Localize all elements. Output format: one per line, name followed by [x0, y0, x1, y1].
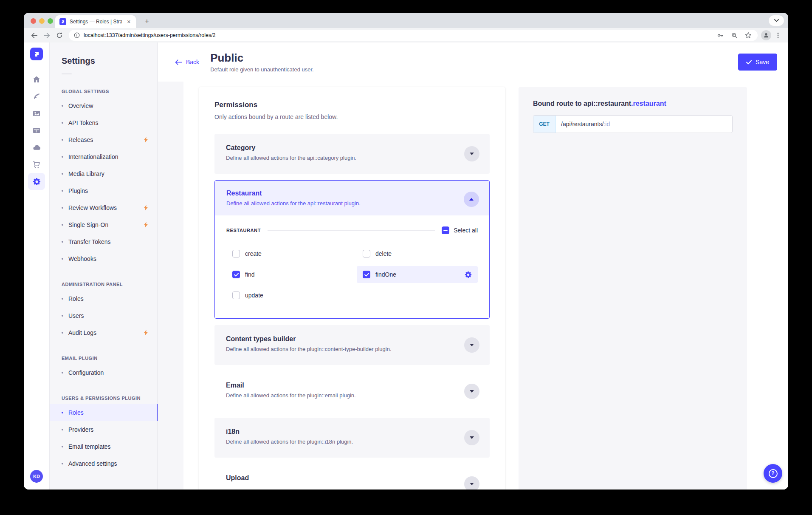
sidebar-item-label: Overview: [68, 102, 93, 109]
tab-search-chevron-button[interactable]: [769, 15, 784, 26]
bullet-icon: [62, 241, 63, 243]
chevron-down-icon[interactable]: [464, 430, 479, 445]
bullet-icon: [62, 463, 63, 464]
accordion-i18n[interactable]: i18n Define all allowed actions for the …: [214, 418, 490, 458]
permission-action-update[interactable]: update: [226, 287, 347, 304]
chevron-down-icon[interactable]: [464, 146, 479, 161]
permission-action-find[interactable]: find: [226, 266, 347, 283]
select-all-label: Select all: [454, 227, 478, 234]
route-input[interactable]: GET /api/restaurants/:id: [533, 115, 733, 133]
permission-action-delete[interactable]: delete: [357, 245, 478, 262]
permission-action-label: create: [245, 250, 262, 257]
sidebar-section-label: EMAIL PLUGIN: [62, 356, 158, 361]
browser-profile-avatar[interactable]: [761, 30, 771, 40]
accordion-restaurant-body: RESTAURANT Select all create delete: [215, 215, 489, 318]
back-label: Back: [186, 59, 199, 65]
sidebar-divider: [62, 74, 72, 74]
zoom-window-button[interactable]: [48, 18, 53, 24]
back-button[interactable]: [28, 29, 40, 41]
accordion-restaurant-header[interactable]: Restaurant Define all allowed actions fo…: [215, 181, 489, 215]
save-button[interactable]: Save: [738, 54, 777, 71]
permission-action-findone[interactable]: findOne: [357, 266, 478, 283]
checkbox[interactable]: [232, 271, 240, 278]
settings-gear-icon[interactable]: [28, 173, 45, 190]
sidebar-item-review-workflows[interactable]: Review Workflows: [50, 199, 158, 216]
accordion-description: Define all allowed actions for the api::…: [226, 155, 456, 161]
bookmark-star-icon[interactable]: [743, 30, 753, 40]
sidebar-item-webhooks[interactable]: Webhooks: [50, 250, 158, 267]
content-manager-icon[interactable]: [28, 122, 45, 139]
url-text[interactable]: localhost:1337/admin/settings/users-perm…: [84, 32, 711, 38]
checkbox[interactable]: [363, 250, 370, 258]
site-info-icon[interactable]: [74, 32, 80, 38]
sidebar-item-label: Configuration: [68, 369, 104, 376]
sidebar-section-label: GLOBAL SETTINGS: [62, 89, 158, 94]
sidebar-item-label: Single Sign-On: [68, 221, 108, 228]
lightning-bolt-icon: [144, 205, 148, 211]
content-type-builder-icon[interactable]: [28, 88, 45, 105]
strapi-logo-icon[interactable]: [30, 48, 43, 60]
reload-button[interactable]: [54, 29, 65, 41]
sidebar-item-internationalization[interactable]: Internationalization: [50, 148, 158, 165]
sidebar-item-email-templates[interactable]: Email templates: [50, 438, 158, 455]
sidebar-item-single-sign-on[interactable]: Single Sign-On: [50, 216, 158, 233]
browser-menu-icon[interactable]: [772, 29, 784, 41]
sidebar-section-label: USERS & PERMISSIONS PLUGIN: [62, 396, 158, 401]
sidebar-item-transfer-tokens[interactable]: Transfer Tokens: [50, 233, 158, 250]
chevron-down-icon[interactable]: [464, 337, 479, 353]
sidebar-item-providers[interactable]: Providers: [50, 421, 158, 438]
password-key-icon[interactable]: [715, 30, 725, 40]
sidebar-item-releases[interactable]: Releases: [50, 131, 158, 148]
accordion-email[interactable]: Email Define all allowed actions for the…: [214, 371, 490, 411]
sidebar-item-configuration[interactable]: Configuration: [50, 364, 158, 381]
user-avatar[interactable]: KD: [30, 470, 43, 483]
sidebar-item-advanced-settings[interactable]: Advanced settings: [50, 455, 158, 472]
sidebar-item-label: Roles: [68, 409, 84, 416]
back-link[interactable]: Back: [175, 59, 199, 65]
minimize-window-button[interactable]: [39, 18, 45, 24]
accordion-upload[interactable]: Upload: [214, 464, 490, 490]
forward-button[interactable]: [41, 29, 53, 41]
bullet-icon: [62, 190, 63, 192]
sidebar-item-label: Roles: [68, 295, 84, 302]
deploy-cloud-icon[interactable]: [28, 139, 45, 156]
sidebar-item-audit-logs[interactable]: Audit Logs: [50, 324, 158, 341]
media-library-icon[interactable]: [28, 105, 45, 122]
chevron-up-icon[interactable]: [464, 192, 479, 207]
close-window-button[interactable]: [31, 18, 36, 24]
chevron-down-icon[interactable]: [464, 476, 479, 490]
checkbox[interactable]: [232, 291, 240, 299]
new-tab-button[interactable]: +: [142, 17, 152, 26]
marketplace-cart-icon[interactable]: [28, 156, 45, 173]
chevron-down-icon[interactable]: [464, 384, 479, 399]
accordion-title: Upload: [226, 474, 456, 482]
browser-tab[interactable]: Settings — Roles | Strapi ✕: [55, 15, 136, 28]
sidebar-item-media-library[interactable]: Media Library: [50, 165, 158, 182]
sidebar-item-users[interactable]: Users: [50, 307, 158, 324]
action-settings-gear-icon[interactable]: [465, 271, 472, 278]
sidebar-item-api-tokens[interactable]: API Tokens: [50, 114, 158, 131]
checkbox[interactable]: [363, 271, 370, 278]
select-all-checkbox[interactable]: [442, 226, 449, 234]
sidebar-item-overview[interactable]: Overview: [50, 97, 158, 114]
bullet-icon: [62, 122, 63, 124]
sidebar-item-roles[interactable]: Roles: [50, 290, 158, 307]
accordion-category[interactable]: Category Define all allowed actions for …: [214, 134, 490, 174]
sidebar-item-plugins[interactable]: Plugins: [50, 182, 158, 199]
select-all-control[interactable]: Select all: [442, 226, 478, 234]
sidebar-item-label: Webhooks: [68, 255, 96, 262]
home-icon[interactable]: [28, 71, 45, 88]
permission-action-create[interactable]: create: [226, 245, 347, 262]
help-button[interactable]: ?: [764, 464, 782, 483]
tab-close-icon[interactable]: ✕: [125, 18, 133, 25]
question-mark-icon: ?: [769, 469, 778, 478]
sidebar-item-label: Users: [68, 312, 84, 319]
address-bar[interactable]: localhost:1337/admin/settings/users-perm…: [69, 30, 758, 41]
zoom-page-icon[interactable]: [729, 30, 739, 40]
checkbox[interactable]: [232, 250, 240, 258]
accordion-content-types-builder[interactable]: Content types builder Define all allowed…: [214, 325, 490, 365]
bullet-icon: [62, 139, 63, 141]
bullet-icon: [62, 224, 63, 226]
bound-route-title-accent: .restaurant: [631, 100, 666, 107]
sidebar-item-roles[interactable]: Roles: [50, 404, 158, 421]
